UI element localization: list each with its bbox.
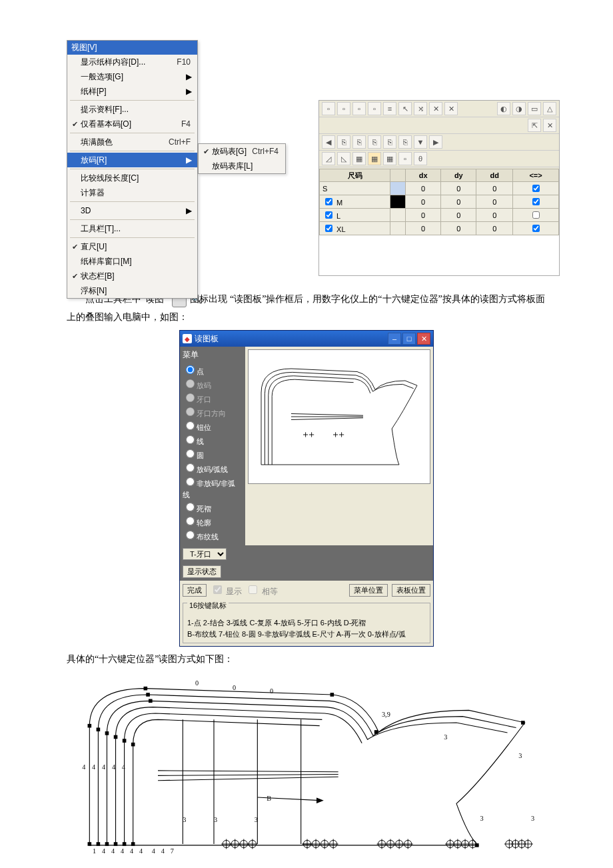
- menu-item-status-bar[interactable]: ✔ 状态栏[B]: [67, 269, 197, 283]
- size-header[interactable]: 尺码: [320, 169, 390, 182]
- row-size-checkbox[interactable]: [325, 225, 332, 232]
- maximize-button[interactable]: □: [402, 333, 416, 345]
- menu-separator: [70, 201, 195, 202]
- menu-item-base-size-only[interactable]: ✔ 仅看基本码[O] F4: [67, 117, 197, 131]
- minimize-button[interactable]: –: [388, 333, 401, 345]
- toolbar-icon[interactable]: ▭: [528, 102, 541, 115]
- tool-icon[interactable]: ◿: [322, 152, 335, 165]
- toolbar-icon[interactable]: ▫: [352, 102, 366, 115]
- menu-item-grading[interactable]: 放码[R] ▶: [67, 153, 197, 167]
- menu-item-show-pattern-content[interactable]: 显示纸样内容[D]... F10: [67, 55, 197, 69]
- radio-button-pos[interactable]: 钮位: [183, 419, 243, 433]
- read-board-dialog: ◆ 读图板 – □ ✕ 菜单 点 放码 牙口 牙口方向 钮位 线 圆 放码/弧线: [179, 330, 434, 647]
- menu-item-fill-color[interactable]: 填满颜色 Ctrl+F: [67, 135, 197, 149]
- done-button[interactable]: 完成: [183, 584, 207, 597]
- radio-point[interactable]: 点: [183, 363, 243, 377]
- copy-icon[interactable]: ⎘: [383, 135, 396, 149]
- toolbar-icon[interactable]: ▫: [337, 102, 350, 115]
- radio-nongrading-nonarc[interactable]: 非放码/非弧线: [183, 475, 243, 501]
- tool-icon[interactable]: θ: [414, 152, 427, 165]
- toolbar-icon[interactable]: ≡: [383, 102, 396, 115]
- panel-position-button[interactable]: 表板位置: [392, 584, 430, 597]
- svg-text:3,9: 3,9: [382, 710, 390, 717]
- grading-submenu: ✔ 放码表[G] Ctrl+F4 放码表库[L]: [198, 143, 286, 174]
- dy-header[interactable]: dy: [441, 169, 476, 182]
- dropdown-icon[interactable]: ▼: [414, 135, 427, 149]
- menu-item-general-options[interactable]: 一般选项[G] ▶: [67, 69, 197, 84]
- toolbar-icon[interactable]: ◐: [497, 102, 510, 115]
- menu-item-pattern[interactable]: 纸样[P] ▶: [67, 84, 197, 99]
- pattern-preview-icon: [249, 353, 429, 480]
- svg-text:4: 4: [152, 847, 155, 855]
- menu-item-cursor[interactable]: 浮标[N]: [67, 283, 197, 298]
- radio-notch[interactable]: 牙口: [183, 391, 243, 405]
- show-state-button[interactable]: 显示状态: [183, 565, 221, 578]
- menu-item-compare-segment-length[interactable]: 比较线段长度[C]: [67, 171, 197, 185]
- copy-icon[interactable]: ⎘: [337, 135, 350, 149]
- menu-item-3d[interactable]: 3D ▶: [67, 203, 197, 218]
- toolbar-icon[interactable]: ✕: [444, 102, 458, 115]
- radio-grading[interactable]: 放码: [183, 377, 243, 391]
- radio-dart[interactable]: 死褶: [183, 501, 243, 515]
- menu-item-tip-data[interactable]: 提示资料[F]...: [67, 102, 197, 117]
- menu-item-calculator[interactable]: 计算器: [67, 185, 197, 200]
- toolbar-icon[interactable]: ✕: [429, 102, 442, 115]
- svg-text:4: 4: [102, 847, 105, 855]
- show-checkbox[interactable]: 显示: [211, 583, 242, 597]
- copy-icon[interactable]: ⎘: [368, 135, 381, 149]
- notch-type-select[interactable]: T-牙口: [183, 548, 227, 560]
- dd-header[interactable]: dd: [476, 169, 513, 182]
- svg-text:3: 3: [214, 816, 217, 823]
- toolbar-icon[interactable]: ◑: [512, 102, 526, 115]
- close-button[interactable]: ✕: [417, 333, 430, 345]
- tool-icon[interactable]: ▦: [352, 152, 366, 165]
- row-flag-checkbox[interactable]: [532, 225, 540, 232]
- toolbar-icon[interactable]: ↖: [398, 102, 412, 115]
- submenu-grading-table-lib[interactable]: 放码表库[L]: [199, 159, 285, 173]
- svg-text:3: 3: [518, 752, 522, 759]
- legend-title: 16按键鼠标: [187, 600, 229, 612]
- dialog-side-menu: 菜单 点 放码 牙口 牙口方向 钮位 线 圆 放码/弧线 非放码/非弧线 死褶 …: [180, 347, 245, 545]
- view-menu-dropdown: 视图[V] 显示纸样内容[D]... F10 一般选项[G] ▶ 纸样[P] ▶…: [67, 40, 198, 299]
- row-size-checkbox[interactable]: [325, 211, 332, 219]
- tool-icon[interactable]: ▫: [398, 152, 412, 165]
- menu-item-ruler[interactable]: ✔ 直尺[U]: [67, 239, 197, 254]
- prev-icon[interactable]: ◀: [322, 135, 335, 149]
- tool-icon[interactable]: ▦: [368, 152, 381, 165]
- menu-item-toolbar[interactable]: 工具栏[T]...: [67, 221, 197, 236]
- svg-text:3: 3: [255, 816, 258, 823]
- copy-icon[interactable]: ⎘: [398, 135, 412, 149]
- menu-position-button[interactable]: 菜单位置: [349, 584, 388, 597]
- svg-text:4: 4: [92, 763, 95, 771]
- toolbar-icon[interactable]: ▫: [368, 102, 381, 115]
- undock-icon[interactable]: ⇱: [528, 119, 541, 132]
- radio-line[interactable]: 线: [183, 433, 243, 447]
- submenu-grading-table[interactable]: ✔ 放码表[G] Ctrl+F4: [199, 144, 285, 159]
- svg-rect-36: [521, 721, 525, 725]
- next-icon[interactable]: ▶: [429, 135, 442, 149]
- row-flag-checkbox[interactable]: [532, 211, 540, 219]
- menu-item-pattern-lib-window[interactable]: 纸样库窗口[M]: [67, 254, 197, 269]
- row-size-checkbox[interactable]: [325, 198, 332, 205]
- radio-circle[interactable]: 圆: [183, 447, 243, 461]
- svg-text:1: 1: [93, 847, 96, 855]
- flag-header[interactable]: <=>: [513, 169, 559, 182]
- close-icon[interactable]: ✕: [543, 119, 556, 132]
- svg-rect-29: [123, 739, 127, 743]
- toolbar-icon[interactable]: ⤨: [414, 102, 427, 115]
- row-flag-checkbox[interactable]: [532, 185, 540, 192]
- tool-icon[interactable]: ▦: [383, 152, 396, 165]
- toolbar-icon[interactable]: ▫: [322, 102, 335, 115]
- tool-icon[interactable]: ◺: [337, 152, 350, 165]
- radio-notch-direction[interactable]: 牙口方向: [183, 405, 243, 419]
- radio-outline[interactable]: 轮廓: [183, 515, 243, 529]
- toolbar-icon[interactable]: △: [543, 102, 556, 115]
- panel-toolbar-row4: ◿ ◺ ▦ ▦ ▦ ▫ θ: [319, 151, 559, 167]
- dx-header[interactable]: dx: [406, 169, 441, 182]
- radio-grainline[interactable]: 布纹线: [183, 529, 243, 543]
- row-flag-checkbox[interactable]: [532, 198, 540, 205]
- radio-grading-arc[interactable]: 放码/弧线: [183, 461, 243, 475]
- dialog-titlebar[interactable]: ◆ 读图板 – □ ✕: [180, 331, 433, 347]
- copy-icon[interactable]: ⎘: [352, 135, 366, 149]
- equal-checkbox[interactable]: 相等: [246, 583, 277, 597]
